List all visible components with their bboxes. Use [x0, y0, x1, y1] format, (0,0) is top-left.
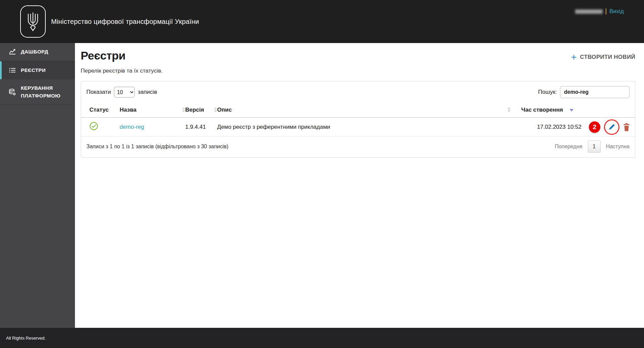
page-size-select[interactable]: 10 [114, 87, 135, 98]
column-header-created[interactable]: Час створення [511, 107, 583, 113]
column-header-description[interactable]: Опис [217, 107, 511, 113]
sidebar-nav: ДАШБОРД РЕЄСТРИ [0, 43, 75, 328]
sort-desc-icon [570, 107, 573, 113]
page-title: Реєстри [81, 49, 125, 62]
pencil-icon [608, 123, 615, 131]
page-size-control: Показати 10 записів [86, 87, 157, 98]
version-cell: 1.9.4.41 [185, 124, 217, 130]
search-control: Пошук: [538, 86, 630, 98]
current-page-button[interactable]: 1 [588, 141, 601, 153]
search-input[interactable] [560, 86, 630, 98]
create-new-label: СТВОРИТИ НОВИЙ [580, 54, 635, 61]
name-cell: demo-reg [120, 124, 185, 130]
user-name-redacted [575, 9, 603, 14]
trident-icon [26, 11, 40, 32]
sort-both-icon [214, 107, 217, 112]
footer-bar: All Rights Reserved. [0, 328, 644, 348]
page-subtitle: Перелік реєстрів та їх статусів. [81, 68, 635, 74]
column-header-status: Статус [89, 107, 120, 113]
table-header-row: Статус Назва Версія [81, 102, 635, 118]
table-controls: Показати 10 записів Пошук: [81, 81, 635, 102]
app-root: Міністерство цифрової трансформації Укра… [0, 0, 644, 348]
page-header-row: Реєстри + СТВОРИТИ НОВИЙ [81, 49, 635, 62]
main-content: Реєстри + СТВОРИТИ НОВИЙ Перелік реєстрі… [75, 43, 644, 328]
previous-page-button[interactable]: Попередня [555, 144, 582, 150]
sidebar-item-dashboard[interactable]: ДАШБОРД [0, 43, 75, 61]
registries-table-card: Показати 10 записів Пошук: Статус [81, 81, 635, 158]
column-header-version[interactable]: Версія [185, 107, 217, 113]
delete-button[interactable] [623, 123, 630, 131]
create-new-button[interactable]: + СТВОРИТИ НОВИЙ [571, 54, 635, 61]
sidebar-item-platform-management[interactable]: КЕРУВАННЯ ПЛАТФОРМОЮ [0, 79, 75, 105]
app-title: Міністерство цифрової трансформації Укра… [51, 0, 199, 43]
ministry-logo [20, 5, 46, 38]
next-page-button[interactable]: Наступна [606, 144, 630, 150]
show-label: Показати [86, 89, 111, 95]
table-row: demo-reg 1.9.4.41 Демо реєстр з референт… [81, 118, 635, 137]
plus-icon: + [571, 54, 576, 61]
trash-icon [623, 123, 630, 131]
sidebar-item-label: КЕРУВАННЯ ПЛАТФОРМОЮ [21, 84, 61, 100]
sidebar-item-label: ДАШБОРД [21, 48, 48, 56]
sort-both-icon [182, 107, 185, 112]
search-label: Пошук: [538, 89, 557, 95]
edit-button[interactable] [608, 123, 615, 131]
status-cell [89, 122, 120, 132]
records-label: записів [138, 89, 157, 95]
pagination-bar: Записи з 1 по 1 із 1 записів (відфільтро… [81, 137, 635, 157]
actions-cell: 2 [583, 119, 630, 135]
created-cell: 17.02.2023 10:52 [511, 124, 583, 130]
registry-name-link[interactable]: demo-reg [120, 124, 144, 130]
logout-link[interactable]: Вихід [609, 8, 624, 15]
registries-table: Статус Назва Версія [81, 102, 635, 137]
list-icon [9, 68, 16, 73]
column-header-name[interactable]: Назва [120, 107, 185, 113]
sidebar-item-registries[interactable]: РЕЄСТРИ [0, 61, 75, 80]
pagination-info: Записи з 1 по 1 із 1 записів (відфільтро… [86, 144, 229, 150]
database-gear-icon [9, 88, 16, 96]
copyright-text: All Rights Reserved. [6, 336, 46, 341]
chart-line-icon [9, 49, 16, 55]
pager-controls: Попередня 1 Наступна [555, 141, 630, 153]
annotation-ring [604, 119, 619, 135]
user-separator [606, 8, 606, 14]
user-area: Вихід [575, 8, 624, 15]
sort-both-icon [508, 107, 511, 112]
status-ok-icon [89, 122, 98, 132]
description-cell: Демо реєстр з референтними прикладами [217, 124, 511, 130]
sidebar-item-label: РЕЄСТРИ [21, 67, 46, 74]
annotation-step-2-badge: 2 [589, 121, 600, 133]
top-header-bar: Міністерство цифрової трансформації Укра… [0, 0, 644, 43]
